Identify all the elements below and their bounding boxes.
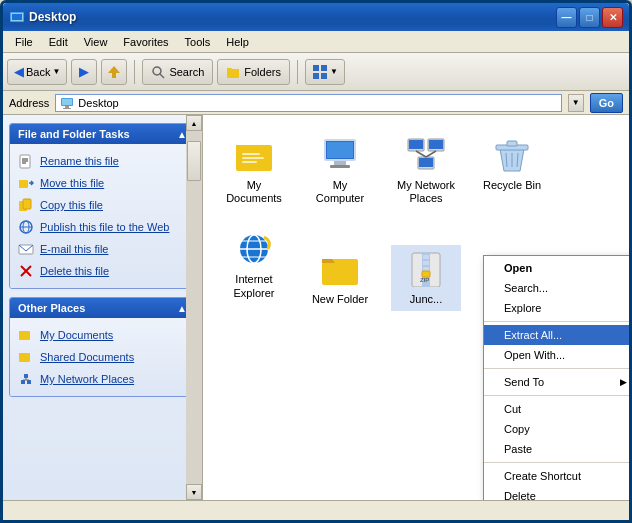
folders-button[interactable]: Folders xyxy=(217,59,290,85)
junction-icon: ZIP xyxy=(406,249,446,289)
ctx-search-label: Search... xyxy=(504,282,548,294)
other-places-header[interactable]: Other Places ▲ xyxy=(10,298,195,318)
copy-icon xyxy=(18,197,34,213)
scrollbar-thumb[interactable] xyxy=(187,141,201,181)
menu-tools[interactable]: Tools xyxy=(177,34,219,50)
ctx-copy[interactable]: Copy xyxy=(484,419,629,439)
ctx-sep-2 xyxy=(484,368,629,369)
ctx-delete[interactable]: Delete xyxy=(484,486,629,500)
task-email[interactable]: E-mail this file xyxy=(14,238,191,260)
search-button[interactable]: Search xyxy=(142,59,213,85)
svg-rect-9 xyxy=(321,73,327,79)
ctx-send-to-label: Send To xyxy=(504,376,544,388)
menu-favorites[interactable]: Favorites xyxy=(115,34,176,50)
ctx-extract-all[interactable]: Extract All... xyxy=(484,325,629,345)
left-panel-scrollbar[interactable]: ▲ ▼ xyxy=(186,115,202,500)
scrollbar-down-button[interactable]: ▼ xyxy=(186,484,202,500)
file-junction[interactable]: ZIP Junc... xyxy=(391,245,461,310)
other-network[interactable]: My Network Places xyxy=(14,368,191,390)
file-my-computer[interactable]: My Computer xyxy=(305,131,375,209)
svg-rect-20 xyxy=(23,199,31,209)
menu-edit[interactable]: Edit xyxy=(41,34,76,50)
my-documents-label: My Documents xyxy=(223,179,285,205)
file-my-network[interactable]: My Network Places xyxy=(391,131,461,209)
email-icon xyxy=(18,241,34,257)
scrollbar-up-button[interactable]: ▲ xyxy=(186,115,202,131)
back-arrow-icon: ◀ xyxy=(14,64,24,79)
ctx-sep-1 xyxy=(484,321,629,322)
task-rename[interactable]: Rename this file xyxy=(14,150,191,172)
address-dropdown-button[interactable]: ▼ xyxy=(568,94,584,112)
task-publish-label: Publish this file to the Web xyxy=(40,221,169,233)
menu-help[interactable]: Help xyxy=(218,34,257,50)
svg-rect-61 xyxy=(423,255,429,259)
other-places-title: Other Places xyxy=(18,302,85,314)
close-button[interactable]: ✕ xyxy=(602,7,623,28)
ctx-create-shortcut[interactable]: Create Shortcut xyxy=(484,466,629,486)
back-dropdown-icon: ▼ xyxy=(52,67,60,76)
task-delete[interactable]: Delete this file xyxy=(14,260,191,282)
menu-file[interactable]: File xyxy=(7,34,41,50)
ctx-open-with[interactable]: Open With... xyxy=(484,345,629,365)
file-folder-tasks-header[interactable]: File and Folder Tasks ▲ xyxy=(10,124,195,144)
back-button[interactable]: ◀ Back ▼ xyxy=(7,59,67,85)
file-area: My Documents My Computer xyxy=(203,115,629,500)
views-dropdown-icon: ▼ xyxy=(330,67,338,76)
file-new-folder[interactable]: New Folder xyxy=(305,245,375,310)
other-places-section: Other Places ▲ My Documents xyxy=(9,297,196,397)
svg-rect-41 xyxy=(330,165,350,168)
ctx-send-to[interactable]: Send To ▶ xyxy=(484,372,629,392)
other-network-icon xyxy=(18,371,34,387)
ctx-sep-3 xyxy=(484,395,629,396)
up-button[interactable] xyxy=(101,59,127,85)
file-my-documents[interactable]: My Documents xyxy=(219,131,289,209)
task-publish[interactable]: Publish this file to the Web xyxy=(14,216,191,238)
svg-rect-6 xyxy=(313,65,319,71)
window-controls: — □ ✕ xyxy=(556,7,623,28)
ctx-cut[interactable]: Cut xyxy=(484,399,629,419)
svg-rect-42 xyxy=(327,142,353,158)
file-internet-explorer[interactable]: Internet Explorer xyxy=(219,225,289,310)
ctx-cut-label: Cut xyxy=(504,403,521,415)
maximize-button[interactable]: □ xyxy=(579,7,600,28)
forward-button[interactable]: ▶ xyxy=(71,59,97,85)
menu-view[interactable]: View xyxy=(76,34,116,50)
address-input[interactable]: Desktop xyxy=(55,94,561,112)
other-shared-label: Shared Documents xyxy=(40,351,134,363)
ctx-paste[interactable]: Paste xyxy=(484,439,629,459)
menu-bar: File Edit View Favorites Tools Help xyxy=(3,31,629,53)
svg-rect-11 xyxy=(62,99,72,105)
other-mydocs-label: My Documents xyxy=(40,329,113,341)
svg-rect-37 xyxy=(242,161,257,163)
panel-scroll[interactable]: File and Folder Tasks ▲ xyxy=(3,115,202,500)
svg-rect-13 xyxy=(63,108,71,109)
ctx-open[interactable]: Open xyxy=(484,258,629,278)
views-button[interactable]: ▼ xyxy=(305,59,345,85)
rename-icon xyxy=(18,153,34,169)
svg-rect-29 xyxy=(21,380,25,384)
other-shared[interactable]: Shared Documents xyxy=(14,346,191,368)
publish-icon xyxy=(18,219,34,235)
ctx-explore[interactable]: Explore xyxy=(484,298,629,318)
svg-rect-31 xyxy=(24,374,28,378)
ctx-search[interactable]: Search... xyxy=(484,278,629,298)
task-copy[interactable]: Copy this file xyxy=(14,194,191,216)
views-icon xyxy=(312,64,328,80)
separator-1 xyxy=(134,60,135,84)
toolbar: ◀ Back ▼ ▶ Search Folders xyxy=(3,53,629,91)
file-recycle-bin[interactable]: Recycle Bin xyxy=(477,131,547,209)
other-shared-icon xyxy=(18,349,34,365)
other-my-documents[interactable]: My Documents xyxy=(14,324,191,346)
recycle-bin-icon xyxy=(492,135,532,175)
ctx-open-label: Open xyxy=(504,262,532,274)
minimize-button[interactable]: — xyxy=(556,7,577,28)
svg-text:ZIP: ZIP xyxy=(420,277,429,283)
svg-line-50 xyxy=(426,151,436,157)
task-move[interactable]: Move this file xyxy=(14,172,191,194)
file-folder-tasks-title: File and Folder Tasks xyxy=(18,128,130,140)
separator-2 xyxy=(297,60,298,84)
scrollbar-track[interactable] xyxy=(186,131,202,484)
ctx-copy-label: Copy xyxy=(504,423,530,435)
status-bar xyxy=(3,500,629,520)
go-button[interactable]: Go xyxy=(590,93,623,113)
